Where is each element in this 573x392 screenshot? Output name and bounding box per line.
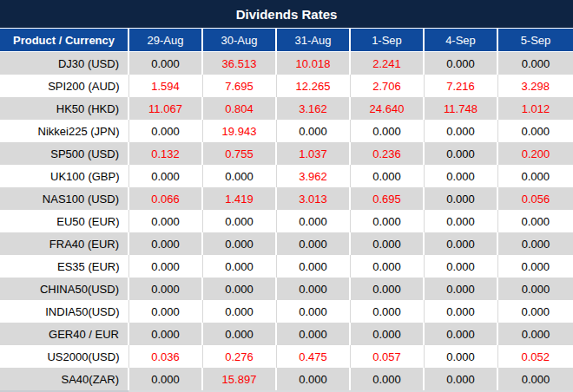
column-header-date: 4-Sep [424, 29, 497, 52]
product-cell: SP500 (USD) [0, 142, 128, 165]
rate-cell: 3.298 [497, 75, 573, 97]
rate-cell: 0.000 [424, 345, 497, 368]
product-cell: GER40 / EUR [0, 323, 128, 345]
rate-cell: 0.000 [424, 278, 497, 300]
table-row: UK100 (GBP)0.0000.0003.9620.0000.0000.00… [0, 165, 573, 187]
product-cell: DJ30 (USD) [0, 52, 128, 75]
rate-cell: 1.012 [497, 97, 573, 120]
rate-cell: 0.000 [350, 300, 424, 323]
rate-cell: 0.804 [202, 97, 276, 120]
rate-cell: 0.000 [128, 368, 202, 390]
rate-cell: 24.640 [350, 97, 424, 120]
rate-cell: 11.748 [424, 97, 497, 120]
table-body: DJ30 (USD)0.00036.51310.0182.2410.0000.0… [0, 52, 573, 391]
rate-cell: 0.000 [128, 52, 202, 75]
rate-cell: 19.943 [202, 120, 276, 142]
rate-cell: 0.000 [497, 323, 573, 345]
rate-cell: 0.000 [276, 278, 350, 300]
column-header-date: 31-Aug [276, 29, 350, 52]
product-cell: ES35 (EUR) [0, 255, 128, 278]
rate-cell: 0.000 [497, 368, 573, 390]
rate-cell: 0.000 [424, 232, 497, 255]
rate-cell: 0.475 [276, 345, 350, 368]
rate-cell: 0.000 [202, 300, 276, 323]
rate-cell: 0.200 [497, 142, 573, 165]
rate-cell: 0.000 [424, 300, 497, 323]
product-cell: EU50 (EUR) [0, 210, 128, 232]
rate-cell: 3.962 [276, 165, 350, 187]
rate-cell: 0.000 [128, 300, 202, 323]
product-cell: CHINA50(USD) [0, 278, 128, 300]
table-row: EU50 (EUR)0.0000.0000.0000.0000.0000.000 [0, 210, 573, 232]
rate-cell: 0.000 [350, 255, 424, 278]
table-row: US2000(USD)0.0360.2760.4750.0570.0000.05… [0, 345, 573, 368]
rate-cell: 0.000 [350, 210, 424, 232]
rate-cell: 0.000 [276, 323, 350, 345]
table-row: SP500 (USD)0.1320.7551.0370.2360.0000.20… [0, 142, 573, 165]
rate-cell: 0.000 [497, 120, 573, 142]
column-header-date: 30-Aug [202, 29, 276, 52]
rate-cell: 0.000 [424, 142, 497, 165]
product-cell: UK100 (GBP) [0, 165, 128, 187]
rate-cell: 0.066 [128, 187, 202, 210]
rate-cell: 0.000 [424, 368, 497, 390]
rate-cell: 10.018 [276, 52, 350, 75]
rate-cell: 0.000 [128, 232, 202, 255]
rate-cell: 0.036 [128, 345, 202, 368]
rate-cell: 0.000 [424, 52, 497, 75]
rate-cell: 0.000 [128, 120, 202, 142]
rate-cell: 11.067 [128, 97, 202, 120]
table-row: INDIA50(USD)0.0000.0000.0000.0000.0000.0… [0, 300, 573, 323]
rate-cell: 0.000 [276, 210, 350, 232]
rate-cell: 15.897 [202, 368, 276, 390]
rate-cell: 3.162 [276, 97, 350, 120]
rate-cell: 0.000 [497, 300, 573, 323]
rate-cell: 0.000 [424, 210, 497, 232]
rate-cell: 0.000 [128, 255, 202, 278]
rate-cell: 0.000 [128, 278, 202, 300]
rate-cell: 0.000 [350, 232, 424, 255]
rate-cell: 0.000 [202, 210, 276, 232]
rate-cell: 0.000 [350, 323, 424, 345]
table-row: Nikkei225 (JPN)0.00019.9430.0000.0000.00… [0, 120, 573, 142]
rate-cell: 2.241 [350, 52, 424, 75]
rate-cell: 0.132 [128, 142, 202, 165]
rate-cell: 0.000 [350, 368, 424, 390]
rate-cell: 0.000 [350, 120, 424, 142]
rate-cell: 0.000 [128, 165, 202, 187]
rate-cell: 0.056 [497, 187, 573, 210]
rate-cell: 0.276 [202, 345, 276, 368]
header-row: Product / Currency29-Aug30-Aug31-Aug1-Se… [0, 29, 573, 52]
rate-cell: 0.057 [350, 345, 424, 368]
table-row: GER40 / EUR0.0000.0000.0000.0000.0000.00… [0, 323, 573, 345]
rate-cell: 0.000 [202, 278, 276, 300]
rate-cell: 0.000 [497, 232, 573, 255]
rate-cell: 0.000 [424, 165, 497, 187]
column-header-date: 1-Sep [350, 29, 424, 52]
rate-cell: 1.419 [202, 187, 276, 210]
rate-cell: 0.000 [424, 323, 497, 345]
rate-cell: 0.000 [350, 278, 424, 300]
column-header-product: Product / Currency [0, 29, 128, 52]
rate-cell: 0.000 [497, 52, 573, 75]
rate-cell: 0.000 [202, 232, 276, 255]
rate-cell: 0.052 [497, 345, 573, 368]
product-cell: SPI200 (AUD) [0, 75, 128, 97]
table-row: CHINA50(USD)0.0000.0000.0000.0000.0000.0… [0, 278, 573, 300]
rate-cell: 0.000 [424, 255, 497, 278]
column-header-date: 5-Sep [497, 29, 573, 52]
rate-cell: 0.000 [424, 187, 497, 210]
table-row: DJ30 (USD)0.00036.51310.0182.2410.0000.0… [0, 52, 573, 75]
product-cell: INDIA50(USD) [0, 300, 128, 323]
product-cell: SA40(ZAR) [0, 368, 128, 390]
page-title: Dividends Rates [236, 7, 338, 22]
rate-cell: 0.755 [202, 142, 276, 165]
rate-cell: 0.000 [202, 323, 276, 345]
rate-cell: 0.000 [497, 165, 573, 187]
rate-cell: 2.706 [350, 75, 424, 97]
table-row: FRA40 (EUR)0.0000.0000.0000.0000.0000.00… [0, 232, 573, 255]
rate-cell: 0.000 [202, 165, 276, 187]
rate-cell: 12.265 [276, 75, 350, 97]
dividends-rates-widget: Dividends Rates Product / Currency29-Aug… [0, 0, 573, 392]
rate-cell: 3.013 [276, 187, 350, 210]
